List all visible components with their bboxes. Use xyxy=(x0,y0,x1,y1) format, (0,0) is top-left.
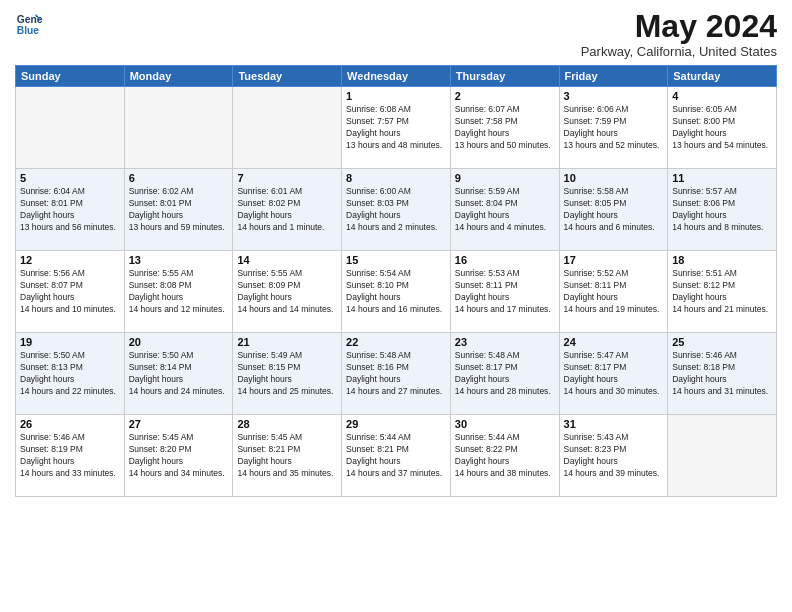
table-row: 5 Sunrise: 6:04 AM Sunset: 8:01 PM Dayli… xyxy=(16,169,125,251)
day-number: 21 xyxy=(237,336,337,348)
day-info: Sunrise: 6:01 AM Sunset: 8:02 PM Dayligh… xyxy=(237,186,337,234)
logo: General Blue xyxy=(15,10,43,38)
day-info: Sunrise: 5:56 AM Sunset: 8:07 PM Dayligh… xyxy=(20,268,120,316)
table-row: 3 Sunrise: 6:06 AM Sunset: 7:59 PM Dayli… xyxy=(559,87,668,169)
title-block: May 2024 Parkway, California, United Sta… xyxy=(581,10,777,59)
day-info: Sunrise: 5:44 AM Sunset: 8:21 PM Dayligh… xyxy=(346,432,446,480)
day-number: 29 xyxy=(346,418,446,430)
table-row: 17 Sunrise: 5:52 AM Sunset: 8:11 PM Dayl… xyxy=(559,251,668,333)
day-number: 4 xyxy=(672,90,772,102)
table-row: 29 Sunrise: 5:44 AM Sunset: 8:21 PM Dayl… xyxy=(342,415,451,497)
day-info: Sunrise: 5:47 AM Sunset: 8:17 PM Dayligh… xyxy=(564,350,664,398)
table-row: 24 Sunrise: 5:47 AM Sunset: 8:17 PM Dayl… xyxy=(559,333,668,415)
day-number: 13 xyxy=(129,254,229,266)
day-info: Sunrise: 5:52 AM Sunset: 8:11 PM Dayligh… xyxy=(564,268,664,316)
calendar-table: Sunday Monday Tuesday Wednesday Thursday… xyxy=(15,65,777,497)
table-row: 13 Sunrise: 5:55 AM Sunset: 8:08 PM Dayl… xyxy=(124,251,233,333)
day-info: Sunrise: 5:53 AM Sunset: 8:11 PM Dayligh… xyxy=(455,268,555,316)
day-number: 9 xyxy=(455,172,555,184)
day-info: Sunrise: 5:51 AM Sunset: 8:12 PM Dayligh… xyxy=(672,268,772,316)
table-row xyxy=(124,87,233,169)
day-info: Sunrise: 5:50 AM Sunset: 8:13 PM Dayligh… xyxy=(20,350,120,398)
table-row: 28 Sunrise: 5:45 AM Sunset: 8:21 PM Dayl… xyxy=(233,415,342,497)
table-row: 2 Sunrise: 6:07 AM Sunset: 7:58 PM Dayli… xyxy=(450,87,559,169)
day-number: 8 xyxy=(346,172,446,184)
header-sunday: Sunday xyxy=(16,66,125,87)
day-number: 5 xyxy=(20,172,120,184)
day-number: 20 xyxy=(129,336,229,348)
table-row xyxy=(668,415,777,497)
table-row: 9 Sunrise: 5:59 AM Sunset: 8:04 PM Dayli… xyxy=(450,169,559,251)
table-row: 10 Sunrise: 5:58 AM Sunset: 8:05 PM Dayl… xyxy=(559,169,668,251)
day-info: Sunrise: 5:45 AM Sunset: 8:20 PM Dayligh… xyxy=(129,432,229,480)
table-row: 25 Sunrise: 5:46 AM Sunset: 8:18 PM Dayl… xyxy=(668,333,777,415)
day-info: Sunrise: 5:58 AM Sunset: 8:05 PM Dayligh… xyxy=(564,186,664,234)
table-row: 11 Sunrise: 5:57 AM Sunset: 8:06 PM Dayl… xyxy=(668,169,777,251)
table-row: 26 Sunrise: 5:46 AM Sunset: 8:19 PM Dayl… xyxy=(16,415,125,497)
header: General Blue May 2024 Parkway, Californi… xyxy=(15,10,777,59)
day-number: 19 xyxy=(20,336,120,348)
table-row xyxy=(233,87,342,169)
table-row: 23 Sunrise: 5:48 AM Sunset: 8:17 PM Dayl… xyxy=(450,333,559,415)
day-info: Sunrise: 6:02 AM Sunset: 8:01 PM Dayligh… xyxy=(129,186,229,234)
day-number: 24 xyxy=(564,336,664,348)
day-info: Sunrise: 6:04 AM Sunset: 8:01 PM Dayligh… xyxy=(20,186,120,234)
weekday-header-row: Sunday Monday Tuesday Wednesday Thursday… xyxy=(16,66,777,87)
day-info: Sunrise: 5:46 AM Sunset: 8:19 PM Dayligh… xyxy=(20,432,120,480)
table-row: 16 Sunrise: 5:53 AM Sunset: 8:11 PM Dayl… xyxy=(450,251,559,333)
header-monday: Monday xyxy=(124,66,233,87)
day-info: Sunrise: 6:07 AM Sunset: 7:58 PM Dayligh… xyxy=(455,104,555,152)
day-number: 15 xyxy=(346,254,446,266)
day-info: Sunrise: 5:46 AM Sunset: 8:18 PM Dayligh… xyxy=(672,350,772,398)
calendar-row: 26 Sunrise: 5:46 AM Sunset: 8:19 PM Dayl… xyxy=(16,415,777,497)
day-number: 7 xyxy=(237,172,337,184)
day-number: 3 xyxy=(564,90,664,102)
day-number: 31 xyxy=(564,418,664,430)
month-title: May 2024 xyxy=(581,10,777,42)
day-number: 18 xyxy=(672,254,772,266)
table-row: 30 Sunrise: 5:44 AM Sunset: 8:22 PM Dayl… xyxy=(450,415,559,497)
table-row: 21 Sunrise: 5:49 AM Sunset: 8:15 PM Dayl… xyxy=(233,333,342,415)
table-row: 18 Sunrise: 5:51 AM Sunset: 8:12 PM Dayl… xyxy=(668,251,777,333)
day-info: Sunrise: 5:45 AM Sunset: 8:21 PM Dayligh… xyxy=(237,432,337,480)
header-saturday: Saturday xyxy=(668,66,777,87)
calendar-row: 5 Sunrise: 6:04 AM Sunset: 8:01 PM Dayli… xyxy=(16,169,777,251)
day-info: Sunrise: 5:54 AM Sunset: 8:10 PM Dayligh… xyxy=(346,268,446,316)
table-row: 7 Sunrise: 6:01 AM Sunset: 8:02 PM Dayli… xyxy=(233,169,342,251)
table-row: 1 Sunrise: 6:08 AM Sunset: 7:57 PM Dayli… xyxy=(342,87,451,169)
day-info: Sunrise: 6:05 AM Sunset: 8:00 PM Dayligh… xyxy=(672,104,772,152)
table-row: 12 Sunrise: 5:56 AM Sunset: 8:07 PM Dayl… xyxy=(16,251,125,333)
day-info: Sunrise: 6:08 AM Sunset: 7:57 PM Dayligh… xyxy=(346,104,446,152)
svg-text:Blue: Blue xyxy=(17,25,40,36)
day-info: Sunrise: 5:48 AM Sunset: 8:17 PM Dayligh… xyxy=(455,350,555,398)
calendar-row: 1 Sunrise: 6:08 AM Sunset: 7:57 PM Dayli… xyxy=(16,87,777,169)
day-number: 2 xyxy=(455,90,555,102)
header-wednesday: Wednesday xyxy=(342,66,451,87)
day-number: 28 xyxy=(237,418,337,430)
day-number: 30 xyxy=(455,418,555,430)
table-row: 20 Sunrise: 5:50 AM Sunset: 8:14 PM Dayl… xyxy=(124,333,233,415)
table-row: 8 Sunrise: 6:00 AM Sunset: 8:03 PM Dayli… xyxy=(342,169,451,251)
table-row xyxy=(16,87,125,169)
day-number: 6 xyxy=(129,172,229,184)
table-row: 22 Sunrise: 5:48 AM Sunset: 8:16 PM Dayl… xyxy=(342,333,451,415)
page: General Blue May 2024 Parkway, Californi… xyxy=(0,0,792,612)
day-info: Sunrise: 6:06 AM Sunset: 7:59 PM Dayligh… xyxy=(564,104,664,152)
day-info: Sunrise: 5:43 AM Sunset: 8:23 PM Dayligh… xyxy=(564,432,664,480)
day-number: 14 xyxy=(237,254,337,266)
table-row: 6 Sunrise: 6:02 AM Sunset: 8:01 PM Dayli… xyxy=(124,169,233,251)
day-info: Sunrise: 5:55 AM Sunset: 8:08 PM Dayligh… xyxy=(129,268,229,316)
day-number: 10 xyxy=(564,172,664,184)
logo-icon: General Blue xyxy=(15,10,43,38)
day-number: 27 xyxy=(129,418,229,430)
header-tuesday: Tuesday xyxy=(233,66,342,87)
table-row: 19 Sunrise: 5:50 AM Sunset: 8:13 PM Dayl… xyxy=(16,333,125,415)
header-thursday: Thursday xyxy=(450,66,559,87)
day-number: 26 xyxy=(20,418,120,430)
table-row: 27 Sunrise: 5:45 AM Sunset: 8:20 PM Dayl… xyxy=(124,415,233,497)
day-number: 16 xyxy=(455,254,555,266)
day-info: Sunrise: 5:44 AM Sunset: 8:22 PM Dayligh… xyxy=(455,432,555,480)
calendar-row: 19 Sunrise: 5:50 AM Sunset: 8:13 PM Dayl… xyxy=(16,333,777,415)
table-row: 31 Sunrise: 5:43 AM Sunset: 8:23 PM Dayl… xyxy=(559,415,668,497)
location: Parkway, California, United States xyxy=(581,44,777,59)
